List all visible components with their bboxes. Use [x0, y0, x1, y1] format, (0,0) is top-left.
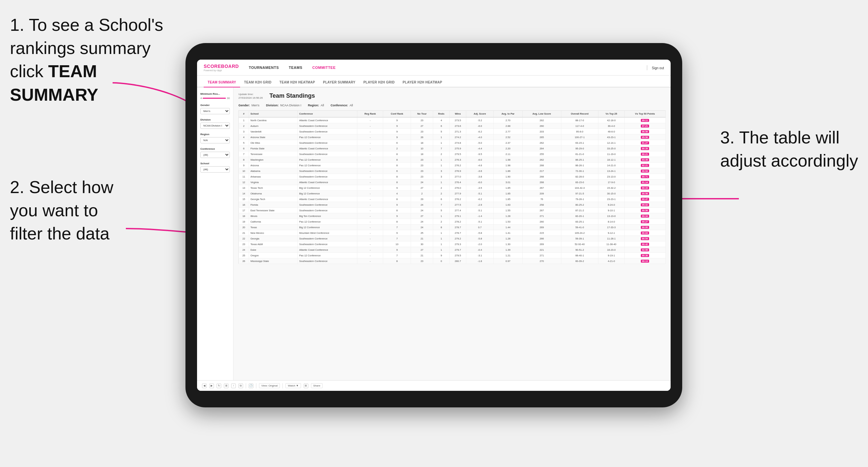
cell-avg-to-par: 2.52	[493, 134, 522, 140]
tab-team-summary[interactable]: TEAM SUMMARY	[204, 78, 240, 88]
cell-rnds: 1	[433, 242, 450, 247]
sidebar-section-conference: Conference (All)	[200, 147, 230, 158]
table-row[interactable]: 23 Texas A&M Southeastern Conference - 1…	[239, 242, 665, 247]
cell-overall: 60-39-2	[561, 258, 598, 264]
table-row[interactable]: 3 Vanderbilt Southeastern Conference - 9…	[239, 129, 665, 134]
nav-tournaments[interactable]: TOURNAMENTS	[249, 66, 279, 69]
table-row[interactable]: 1 North Carolina Atlantic Coast Conferen…	[239, 117, 665, 123]
cell-avg-to-par: 2.37	[493, 140, 522, 146]
watch-button[interactable]: Watch ▼	[285, 383, 301, 388]
cell-conf-rank: 4	[383, 191, 411, 196]
toolbar-copy-icon[interactable]: ⧉	[239, 383, 243, 388]
toolbar-share-icon[interactable]: ↑	[231, 383, 236, 388]
sidebar-school-select[interactable]: (All)	[200, 166, 230, 173]
table-row[interactable]: 7 Tennessee Southeastern Conference - 8 …	[239, 151, 665, 157]
table-row[interactable]: 16 Florida Southeastern Conference - 9 2…	[239, 202, 665, 208]
tab-player-h2h-heatmap[interactable]: PLAYER H2H HEATMAP	[399, 78, 446, 88]
cell-avg-to-par: 1.55	[493, 208, 522, 213]
tab-team-h2h-grid[interactable]: TEAM H2H GRID	[240, 78, 276, 88]
toolbar-divider-3	[282, 383, 283, 388]
nav-committee[interactable]: COMMITTEE	[312, 66, 336, 69]
nav-teams[interactable]: TEAMS	[289, 66, 302, 69]
cell-conf-rank: 6	[383, 168, 411, 174]
cell-school: Texas A&M	[249, 242, 298, 247]
cell-conference: Big Ten Conference	[298, 213, 357, 219]
table-row[interactable]: 14 Oklahoma Big 12 Conference - 4 2 2 27…	[239, 191, 665, 196]
cell-vs-top25: 49-6-0	[598, 129, 625, 134]
cell-overall: 80-25-2	[561, 202, 598, 208]
table-row[interactable]: 17 East Tennessee State Southeastern Con…	[239, 208, 665, 213]
table-row[interactable]: 24 Duke Atlantic Coast Conference - 9 27…	[239, 247, 665, 253]
table-row[interactable]: 9 Arizona Pac-12 Conference - 8 23 1 276…	[239, 163, 665, 168]
cell-conf-rank: 8	[383, 196, 411, 202]
cell-conf-rank: 7	[383, 253, 411, 258]
cell-wins: 276.0	[450, 185, 466, 191]
col-overall: Overall Record	[561, 111, 598, 118]
cell-wins: 278.7	[450, 224, 466, 230]
cell-vs-top25: 23-23-1	[598, 196, 625, 202]
table-row[interactable]: 6 Florida State Atlantic Coast Conferenc…	[239, 146, 665, 151]
share-button[interactable]: Share	[311, 383, 322, 388]
table-row[interactable]: 11 Arkansas Southeastern Conference - 8 …	[239, 174, 665, 180]
toolbar-home-icon[interactable]: ⊞	[224, 383, 228, 388]
sidebar-section-region: Region N/A	[200, 133, 230, 144]
table-row[interactable]: 25 Oregon Pac-12 Conference - 7 21 9 279…	[239, 253, 665, 258]
table-row[interactable]: 13 Texas Tech Big 12 Conference - 9 27 2…	[239, 185, 665, 191]
cell-adj-score: -6.0	[466, 123, 493, 129]
cell-overall: 88-17-0	[561, 117, 598, 123]
cell-rnds: 2	[433, 219, 450, 224]
table-row[interactable]: 2 Auburn Southeastern Conference - 9 27 …	[239, 123, 665, 129]
cell-avg-low: 215	[522, 230, 561, 236]
tab-player-summary[interactable]: PLAYER SUMMARY	[319, 78, 359, 88]
cell-conf-rank: 8	[383, 157, 411, 163]
sign-out-button[interactable]: Sign out	[652, 66, 664, 70]
cell-vs-top25: 9-12-1	[598, 230, 625, 236]
cell-wins: 279.3	[450, 242, 466, 247]
sidebar-conference-select[interactable]: (All)	[200, 152, 230, 158]
table-row[interactable]: 19 California Pac-12 Conference - 8 24 2…	[239, 219, 665, 224]
filter-gender: Gender: Men's	[239, 104, 259, 107]
cell-vs-top50: 80.71	[624, 174, 665, 180]
sidebar-gender-select[interactable]: Men's	[200, 108, 230, 114]
slider-track[interactable]	[203, 98, 226, 99]
table-row[interactable]: 12 Virginia Atlantic Coast Conference - …	[239, 180, 665, 185]
table-row[interactable]: 20 Texas Big 12 Conference - 7 24 8 278.…	[239, 224, 665, 230]
cell-avg-to-par: 1.85	[493, 191, 522, 196]
table-row[interactable]: 5 Ole Miss Southeastern Conference - 6 1…	[239, 140, 665, 146]
toolbar-refresh-icon[interactable]: ↻	[217, 383, 221, 388]
toolbar-clock-icon[interactable]: 🕐	[249, 383, 253, 388]
tab-player-h2h-grid[interactable]: PLAYER H2H GRID	[359, 78, 399, 88]
table-row[interactable]: 22 Georgia Southeastern Conference - 7 2…	[239, 236, 665, 242]
cell-vs-top50: 80.95	[624, 224, 665, 230]
cell-no-tour: 24	[411, 208, 433, 213]
cell-overall: 82-20-1	[561, 213, 598, 219]
cell-conf-rank: 9	[383, 117, 411, 123]
cell-conference: Atlantic Coast Conference	[298, 247, 357, 253]
cell-reg-rank: -	[357, 224, 383, 230]
cell-rank: 3	[239, 129, 249, 134]
table-row[interactable]: 4 Arizona State Pac-12 Conference - 9 26…	[239, 134, 665, 140]
table-row[interactable]: 18 Illinois Big Ten Conference - 9 27 1 …	[239, 213, 665, 219]
table-row[interactable]: 21 New Mexico Mountain West Conference -…	[239, 230, 665, 236]
cell-overall: 86-26-1	[561, 163, 598, 168]
cell-vs-top25: 17-9-0	[598, 180, 625, 185]
filter-conference-label: Conference:	[331, 104, 348, 107]
cell-reg-rank: -	[357, 236, 383, 242]
cell-rank: 2	[239, 123, 249, 129]
toolbar-forward-icon[interactable]: ▶	[209, 383, 214, 388]
table-row[interactable]: 8 Washington Pac-12 Conference - 8 23 1 …	[239, 157, 665, 163]
sidebar-region-select[interactable]: N/A	[200, 137, 230, 144]
table-row[interactable]: 15 Georgia Tech Atlantic Coast Conferenc…	[239, 196, 665, 202]
cell-reg-rank: -	[357, 157, 383, 163]
toolbar-grid-icon[interactable]: ⊞	[304, 383, 308, 388]
page-header: Update time: 27/03/2024 16:56:26 Team St…	[239, 92, 665, 100]
cell-vs-top50: 80.38	[624, 253, 665, 258]
sidebar-division-select[interactable]: NCAA Division I	[200, 123, 230, 129]
toolbar-back-icon[interactable]: ◀	[202, 383, 207, 388]
view-original-button[interactable]: View: Original	[259, 383, 280, 388]
cell-wins: 279.5	[450, 151, 466, 157]
table-row[interactable]: 26 Mississippi State Southeastern Confer…	[239, 258, 665, 264]
table-row[interactable]: 10 Alabama Southeastern Conference - 6 2…	[239, 168, 665, 174]
tab-team-h2h-heatmap[interactable]: TEAM H2H HEATMAP	[276, 78, 319, 88]
cell-adj-score: -3.8	[466, 174, 493, 180]
